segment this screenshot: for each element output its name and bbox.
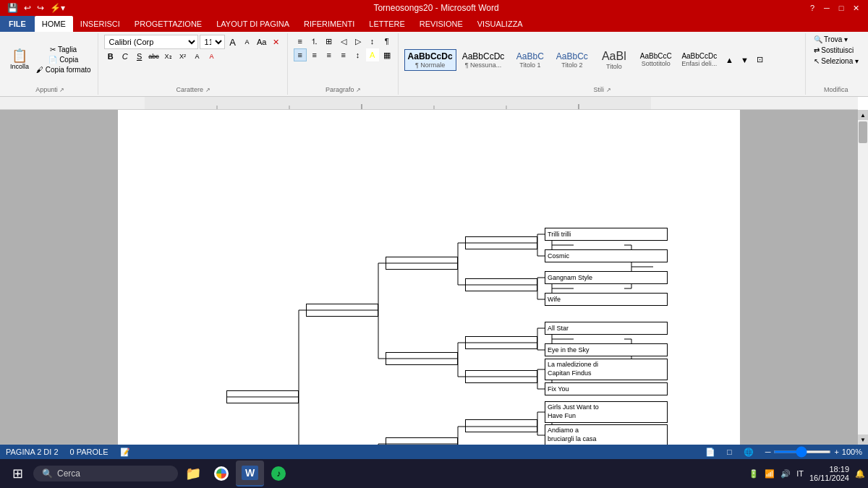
style-titolo-label: Titolo — [606, 63, 622, 70]
copia-formato-button[interactable]: 🖌 Copia formato — [34, 65, 93, 74]
print-layout-icon[interactable]: □ — [727, 448, 732, 456]
clear-format-button[interactable]: ✕ — [270, 35, 283, 48]
zoom-slider[interactable] — [773, 450, 831, 453]
scroll-thumb[interactable] — [859, 121, 867, 143]
font-name-select[interactable]: Calibri (Corp — [104, 35, 198, 49]
style-sottotitolo[interactable]: AaBbCcC Sottotitolo — [636, 50, 676, 69]
song-box-9: Girls Just Want toHave Fun — [545, 401, 668, 423]
proofing-icon[interactable]: 📝 — [120, 448, 130, 457]
zoom-level[interactable]: 100% — [842, 448, 862, 456]
web-layout-icon[interactable]: 🌐 — [744, 448, 754, 457]
taglia-button[interactable]: ✂ Taglia — [34, 45, 93, 54]
r2-match-5 — [465, 419, 537, 432]
font-size-select[interactable]: 11 — [200, 35, 225, 49]
style-titolo1[interactable]: AaBbC Titolo 1 — [510, 49, 550, 71]
line-spacing-button[interactable]: ↕ — [352, 48, 365, 61]
trova-button[interactable]: 🔍 Trova ▾ — [812, 35, 851, 44]
start-button[interactable]: ⊞ — [3, 461, 32, 487]
maximize-icon[interactable]: □ — [835, 4, 848, 13]
tab-riferimenti[interactable]: RIFERIMENTI — [297, 16, 362, 32]
document-page[interactable]: Trilli trilli Cosmic Gangnam Style Wife … — [118, 110, 740, 445]
align-right-button[interactable]: ≡ — [323, 48, 336, 61]
style-titolo2[interactable]: AaBbCc Titolo 2 — [552, 49, 592, 71]
bullet-list-button[interactable]: ≡ — [294, 35, 307, 48]
strikethrough-button[interactable]: abc — [148, 50, 161, 63]
style-enfasi[interactable]: AaBbCcDc Enfasi deli... — [678, 50, 720, 69]
underline-button[interactable]: S — [133, 50, 146, 63]
minimize-icon[interactable]: ─ — [820, 4, 833, 13]
zoom-increase[interactable]: + — [834, 448, 838, 456]
borders-button[interactable]: ▦ — [380, 48, 393, 61]
superscript-button[interactable]: X² — [176, 50, 190, 63]
taskbar-search-box[interactable]: 🔍 Cerca — [33, 466, 178, 481]
style-titolo1-preview: AaBbC — [516, 51, 544, 61]
undo-icon[interactable]: ↩ — [22, 2, 33, 14]
tab-revisione[interactable]: REVISIONE — [412, 16, 470, 32]
tab-inserisci[interactable]: INSERISCI — [73, 16, 127, 32]
styles-scroll-down[interactable]: ▼ — [738, 53, 751, 67]
zoom-decrease[interactable]: ─ — [765, 448, 771, 456]
style-nessuna[interactable]: AaBbCcDc ¶ Nessuna... — [459, 49, 509, 71]
copia-button[interactable]: 📄 Copia — [34, 55, 93, 64]
ruler — [0, 97, 858, 110]
close-icon[interactable]: ✕ — [849, 4, 862, 13]
show-marks-button[interactable]: ¶ — [380, 35, 393, 48]
styles-scroll-up[interactable]: ▲ — [723, 53, 736, 67]
increase-indent-button[interactable]: ▷ — [352, 35, 365, 48]
style-normale[interactable]: AaBbCcDc ¶ Normale — [404, 49, 456, 71]
tab-layout[interactable]: LAYOUT DI PAGINA — [209, 16, 297, 32]
right-scrollbar[interactable]: ▲ ▼ — [858, 110, 868, 445]
font-color-button[interactable]: A — [205, 50, 218, 63]
subscript-button[interactable]: X₂ — [162, 50, 175, 63]
save-icon[interactable]: 💾 — [6, 2, 20, 14]
seleziona-button[interactable]: ↖ Seleziona ▾ — [812, 56, 861, 66]
r3-match-3 — [386, 437, 458, 445]
style-titolo[interactable]: AaBl Titolo — [594, 48, 634, 72]
numbered-list-button[interactable]: ⒈ — [308, 35, 321, 48]
multilevel-list-button[interactable]: ⊞ — [323, 35, 336, 48]
tab-progettazione[interactable]: PROGETTAZIONE — [127, 16, 209, 32]
r2-match-3 — [465, 336, 537, 349]
taskbar-word[interactable]: W — [236, 461, 264, 487]
justify-button[interactable]: ≡ — [337, 48, 350, 61]
tab-visualizza[interactable]: VISUALIZZA — [470, 16, 530, 32]
page-count[interactable]: PAGINA 2 DI 2 — [6, 448, 59, 456]
style-normale-label: ¶ Normale — [415, 61, 445, 69]
styles-expand[interactable]: ⊡ — [753, 53, 766, 67]
scroll-down-arrow[interactable]: ▼ — [858, 435, 868, 445]
incolla-button[interactable]: 📋 Incolla — [7, 48, 32, 72]
tab-file[interactable]: FILE — [0, 16, 35, 32]
paragrafo-label: Paragrafo ↗ — [294, 85, 393, 93]
text-highlight-button[interactable]: A — [191, 50, 204, 63]
quick-access-menu-icon[interactable]: ⚡▾ — [48, 2, 67, 14]
sort-button[interactable]: ↕ — [366, 35, 379, 48]
taskbar-spotify[interactable]: ♪ — [265, 461, 292, 487]
notification-icon[interactable]: 🔔 — [855, 469, 865, 479]
tab-lettere[interactable]: LETTERE — [362, 16, 412, 32]
spotify-icon: ♪ — [271, 466, 286, 481]
read-mode-icon[interactable]: 📄 — [705, 448, 715, 457]
help-icon[interactable]: ? — [806, 4, 819, 13]
italic-button[interactable]: C — [119, 50, 132, 63]
redo-icon[interactable]: ↪ — [35, 2, 46, 14]
shading-button[interactable]: A — [366, 48, 379, 61]
scroll-up-arrow[interactable]: ▲ — [858, 110, 868, 120]
align-left-button[interactable]: ≡ — [294, 48, 307, 61]
window-controls: ? ─ □ ✕ — [806, 4, 862, 13]
decrease-indent-button[interactable]: ◁ — [337, 35, 350, 48]
zoom-slider-area[interactable]: ─ + 100% — [765, 448, 862, 456]
taskbar-file-explorer[interactable]: 📁 — [179, 461, 207, 487]
font-shrink-button[interactable]: A — [241, 35, 254, 48]
bold-button[interactable]: B — [104, 50, 117, 63]
r2-match-1 — [465, 236, 537, 249]
clock-display[interactable]: 18:19 16/11/2024 — [809, 465, 849, 482]
style-titolo1-label: Titolo 1 — [519, 61, 540, 69]
word-count[interactable]: 0 PAROLE — [70, 448, 109, 456]
taskbar-chrome[interactable] — [208, 461, 234, 487]
tab-home[interactable]: HOME — [35, 16, 73, 32]
align-center-button[interactable]: ≡ — [308, 48, 321, 61]
font-grow-button[interactable]: A — [226, 35, 239, 48]
song-box-3: Gangnam Style — [545, 271, 668, 284]
change-case-button[interactable]: Aa — [255, 35, 268, 48]
sostituisci-button[interactable]: ⇄ Sostituisci — [812, 46, 856, 55]
